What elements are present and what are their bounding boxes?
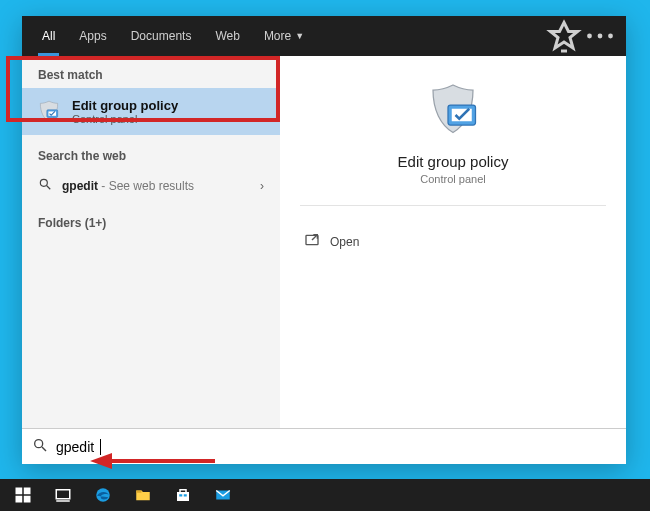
svg-point-0 (587, 34, 592, 39)
start-button[interactable] (4, 479, 42, 511)
taskbar-mail-icon[interactable] (204, 479, 242, 511)
svg-point-5 (40, 179, 47, 186)
filter-more[interactable]: More ▼ (252, 16, 316, 56)
web-result-tail: - See web results (98, 179, 194, 193)
search-web-header: Search the web (22, 135, 280, 169)
best-match-subtitle: Control panel (72, 113, 178, 125)
body-area: Best match Edit group policy Control pan… (22, 56, 626, 428)
best-match-text: Edit group policy Control panel (72, 98, 178, 125)
filter-bar: All Apps Documents Web More ▼ (22, 16, 626, 56)
feedback-icon[interactable] (546, 16, 582, 56)
svg-point-1 (598, 34, 603, 39)
chevron-down-icon: ▼ (295, 31, 304, 41)
taskbar-file-explorer-icon[interactable] (124, 479, 162, 511)
best-match-result[interactable]: Edit group policy Control panel (22, 88, 280, 135)
taskbar-edge-icon[interactable] (84, 479, 122, 511)
open-icon (304, 232, 320, 251)
svg-rect-21 (184, 494, 187, 496)
svg-rect-18 (136, 491, 141, 493)
start-search-panel: All Apps Documents Web More ▼ Best match (22, 16, 626, 464)
svg-point-9 (35, 440, 43, 448)
best-match-title: Edit group policy (72, 98, 178, 113)
svg-rect-15 (24, 496, 31, 503)
search-icon (38, 177, 52, 194)
filter-web[interactable]: Web (203, 16, 251, 56)
svg-rect-13 (24, 488, 31, 495)
svg-point-2 (608, 34, 613, 39)
filter-apps-label: Apps (79, 29, 106, 43)
open-label: Open (330, 235, 359, 249)
web-result-row[interactable]: gpedit - See web results › (22, 169, 280, 202)
svg-rect-19 (177, 492, 189, 501)
taskbar-store-icon[interactable] (164, 479, 202, 511)
filter-all-label: All (42, 29, 55, 43)
svg-rect-20 (179, 494, 182, 496)
open-action[interactable]: Open (300, 226, 606, 257)
ellipsis-icon[interactable] (582, 16, 618, 56)
web-result-term: gpedit (62, 179, 98, 193)
svg-rect-14 (16, 496, 23, 503)
folders-header: Folders (1+) (22, 202, 280, 236)
search-icon (32, 437, 48, 456)
results-column: Best match Edit group policy Control pan… (22, 56, 280, 428)
control-panel-shield-icon (36, 99, 62, 125)
chevron-right-icon: › (260, 179, 264, 193)
svg-rect-12 (16, 488, 23, 495)
divider (300, 205, 606, 206)
filter-more-label: More (264, 29, 291, 43)
preview-subtitle: Control panel (300, 173, 606, 185)
preview-pane: Edit group policy Control panel Open (280, 56, 626, 428)
filter-documents-label: Documents (131, 29, 192, 43)
preview-title: Edit group policy (300, 153, 606, 170)
web-result-text: gpedit - See web results (62, 179, 194, 193)
text-cursor (100, 439, 101, 455)
filter-apps[interactable]: Apps (67, 16, 118, 56)
filter-web-label: Web (215, 29, 239, 43)
preview-shield-icon (423, 80, 483, 143)
task-view-button[interactable] (44, 479, 82, 511)
search-box[interactable]: gpedit (22, 428, 626, 464)
taskbar (0, 479, 650, 511)
filter-all[interactable]: All (30, 16, 67, 56)
filter-documents[interactable]: Documents (119, 16, 204, 56)
svg-rect-16 (56, 490, 70, 499)
best-match-header: Best match (22, 68, 280, 88)
search-query: gpedit (56, 439, 94, 455)
